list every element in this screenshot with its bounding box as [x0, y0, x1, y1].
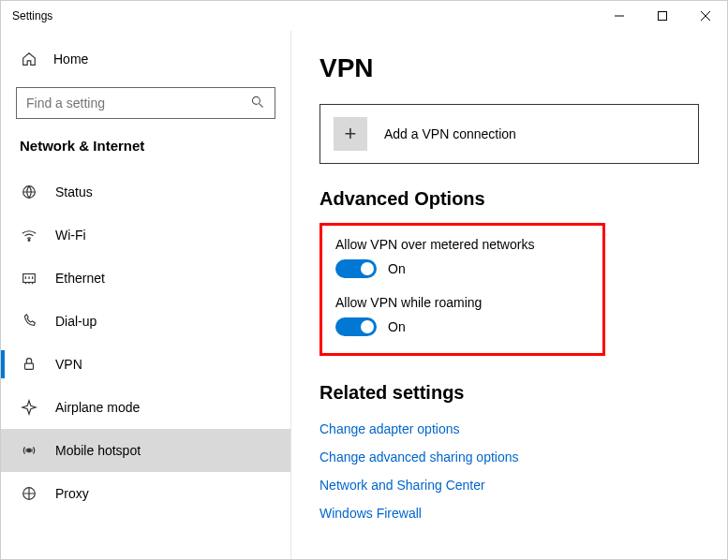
- sidebar-item-ethernet[interactable]: Ethernet: [1, 257, 290, 300]
- svg-point-4: [252, 96, 260, 104]
- close-icon: [701, 11, 710, 21]
- add-vpn-button[interactable]: + Add a VPN connection: [319, 104, 699, 164]
- maximize-button[interactable]: [641, 1, 684, 31]
- home-button[interactable]: Home: [1, 40, 290, 78]
- dialup-icon: [20, 312, 38, 331]
- window-title: Settings: [12, 9, 52, 22]
- advanced-options-heading: Advanced Options: [319, 188, 699, 210]
- sidebar-item-label: Wi-Fi: [55, 228, 86, 243]
- toggle-state: On: [388, 261, 406, 276]
- plus-icon: +: [334, 117, 367, 151]
- link-sharing-center[interactable]: Network and Sharing Center: [319, 471, 699, 499]
- sidebar-item-wifi[interactable]: Wi-Fi: [1, 214, 290, 257]
- sidebar-item-label: Proxy: [55, 486, 89, 501]
- link-firewall[interactable]: Windows Firewall: [319, 499, 699, 527]
- sidebar-item-hotspot[interactable]: Mobile hotspot: [1, 429, 290, 472]
- toggle-metered-switch[interactable]: [335, 259, 377, 278]
- nav-list: Status Wi-Fi Ethernet Dial-up VPN: [1, 170, 290, 515]
- advanced-options-highlight: Allow VPN over metered networks On Allow…: [319, 223, 605, 356]
- close-button[interactable]: [684, 1, 727, 31]
- minimize-button[interactable]: [598, 1, 641, 31]
- minimize-icon: [615, 11, 624, 21]
- ethernet-icon: [20, 269, 38, 287]
- svg-rect-1: [659, 12, 667, 21]
- main-content: VPN + Add a VPN connection Advanced Opti…: [291, 31, 727, 559]
- page-title: VPN: [319, 53, 699, 83]
- vpn-icon: [20, 355, 38, 374]
- related-settings: Related settings Change adapter options …: [319, 382, 699, 527]
- sidebar-item-proxy[interactable]: Proxy: [1, 472, 290, 515]
- sidebar-item-label: VPN: [55, 357, 82, 372]
- airplane-icon: [20, 398, 38, 417]
- toggle-roaming: Allow VPN while roaming On: [335, 295, 589, 336]
- svg-rect-9: [25, 363, 34, 369]
- proxy-icon: [20, 484, 38, 503]
- home-label: Home: [53, 52, 88, 66]
- search-icon: [250, 95, 265, 112]
- sidebar-item-dialup[interactable]: Dial-up: [1, 300, 290, 343]
- sidebar-item-vpn[interactable]: VPN: [1, 343, 290, 386]
- svg-point-7: [28, 240, 30, 242]
- svg-point-10: [27, 449, 31, 452]
- sidebar-item-label: Airplane mode: [55, 400, 140, 415]
- maximize-icon: [658, 11, 667, 21]
- search-input[interactable]: [26, 96, 250, 111]
- hotspot-icon: [20, 441, 38, 460]
- toggle-metered: Allow VPN over metered networks On: [335, 237, 589, 278]
- sidebar-item-label: Mobile hotspot: [55, 443, 141, 458]
- toggle-roaming-switch[interactable]: [335, 317, 377, 336]
- titlebar: Settings: [1, 1, 727, 31]
- sidebar-item-status[interactable]: Status: [1, 170, 290, 214]
- toggle-label: Allow VPN over metered networks: [335, 237, 589, 252]
- search-input-wrap[interactable]: [16, 87, 275, 119]
- home-icon: [20, 50, 38, 68]
- sidebar: Home Network & Internet Status: [1, 31, 291, 559]
- status-icon: [20, 183, 38, 201]
- svg-line-5: [260, 103, 263, 107]
- wifi-icon: [20, 226, 38, 244]
- toggle-state: On: [388, 319, 406, 334]
- related-heading: Related settings: [319, 382, 699, 404]
- sidebar-item-label: Dial-up: [55, 314, 97, 329]
- sidebar-item-airplane[interactable]: Airplane mode: [1, 386, 290, 429]
- sidebar-item-label: Ethernet: [55, 271, 105, 286]
- link-sharing-options[interactable]: Change advanced sharing options: [319, 443, 699, 471]
- category-title: Network & Internet: [1, 132, 290, 170]
- toggle-label: Allow VPN while roaming: [335, 295, 589, 310]
- add-vpn-label: Add a VPN connection: [384, 126, 516, 141]
- sidebar-item-label: Status: [55, 184, 93, 199]
- link-adapter-options[interactable]: Change adapter options: [319, 415, 699, 443]
